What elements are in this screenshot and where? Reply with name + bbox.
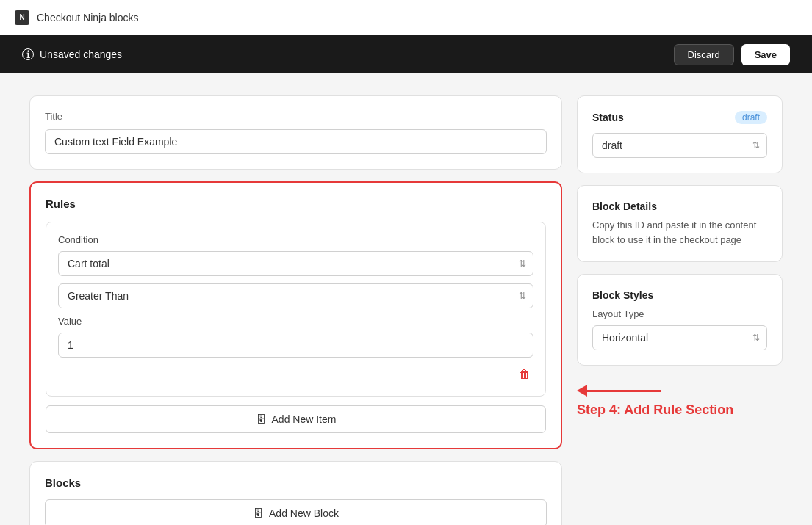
arrow-line: [587, 390, 661, 392]
left-column: Title Rules Condition Cart total Subtota…: [29, 95, 562, 525]
layout-select-wrapper: Horizontal Vertical ⇅: [592, 325, 767, 350]
condition-select[interactable]: Cart total Subtotal Item count: [58, 251, 533, 276]
operator-select[interactable]: Greater Than Less Than Equal To: [58, 283, 533, 308]
info-icon: ℹ: [22, 48, 34, 60]
add-block-label: Add New Block: [269, 507, 339, 519]
app-logo: N: [15, 10, 29, 25]
block-details-card: Block Details Copy this ID and paste it …: [577, 185, 783, 262]
block-details-heading: Block Details: [592, 200, 767, 212]
layout-type-label: Layout Type: [592, 308, 767, 319]
trash-icon: 🗑: [519, 368, 531, 380]
annotation-text: Step 4: Add Rule Section: [577, 402, 783, 418]
title-card: Title: [29, 95, 562, 170]
unsaved-message: ℹ Unsaved changes: [22, 48, 122, 60]
add-new-block-button[interactable]: 🗄 Add New Block: [45, 499, 547, 525]
main-content: Title Rules Condition Cart total Subtota…: [0, 73, 812, 525]
status-header: Status draft: [592, 111, 767, 124]
status-card: Status draft draft published ⇅: [577, 95, 783, 173]
title-label: Title: [45, 111, 547, 122]
block-styles-heading: Block Styles: [592, 289, 767, 301]
unsaved-bar: ℹ Unsaved changes Discard Save: [0, 35, 812, 73]
layout-select[interactable]: Horizontal Vertical: [592, 325, 767, 350]
block-styles-card: Block Styles Layout Type Horizontal Vert…: [577, 274, 783, 366]
condition-label: Condition: [58, 234, 533, 245]
save-button[interactable]: Save: [741, 44, 790, 65]
status-badge: draft: [735, 111, 767, 124]
title-input[interactable]: [45, 129, 547, 154]
blocks-heading: Blocks: [45, 477, 547, 489]
condition-box: Condition Cart total Subtotal Item count…: [46, 222, 546, 397]
add-new-item-button[interactable]: 🗄 Add New Item: [46, 405, 546, 433]
discard-button[interactable]: Discard: [674, 44, 734, 65]
delete-btn-wrapper: 🗑: [58, 365, 533, 384]
operator-select-wrapper: Greater Than Less Than Equal To ⇅: [58, 283, 533, 308]
value-label: Value: [58, 316, 533, 327]
block-details-description: Copy this ID and paste it in the content…: [592, 218, 767, 247]
right-column: Status draft draft published ⇅ Block Det…: [577, 95, 783, 525]
value-input[interactable]: [58, 333, 533, 358]
delete-condition-button[interactable]: 🗑: [516, 365, 533, 384]
top-bar: N Checkout Ninja blocks: [0, 0, 812, 35]
blocks-card: Blocks 🗄 Add New Block: [29, 461, 562, 525]
rules-card: Rules Condition Cart total Subtotal Item…: [29, 181, 562, 449]
condition-select-wrapper: Cart total Subtotal Item count ⇅: [58, 251, 533, 276]
arrow-head: [577, 385, 587, 397]
unsaved-actions: Discard Save: [674, 44, 790, 65]
add-item-db-icon: 🗄: [256, 413, 266, 425]
status-heading: Status: [592, 112, 624, 123]
app-title: Checkout Ninja blocks: [37, 12, 139, 23]
rules-heading: Rules: [46, 198, 546, 210]
add-item-label: Add New Item: [272, 413, 337, 425]
status-select-wrapper: draft published ⇅: [592, 133, 767, 158]
add-block-db-icon: 🗄: [253, 507, 263, 519]
status-select[interactable]: draft published: [592, 133, 767, 158]
annotation-arrow: [577, 385, 783, 397]
annotation-container: Step 4: Add Rule Section: [577, 385, 783, 418]
